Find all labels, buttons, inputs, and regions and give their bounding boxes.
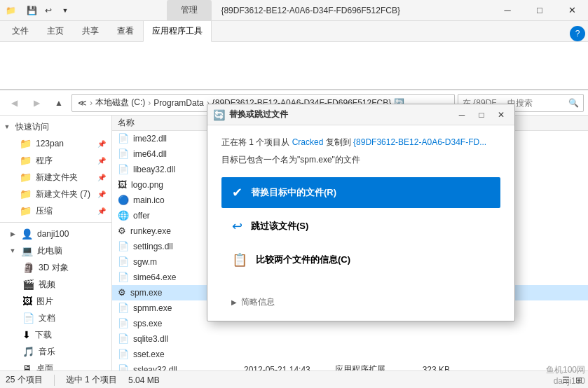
- window-controls: ─ □ ✕: [491, 0, 588, 21]
- search-icon: 🔍: [568, 98, 579, 108]
- table-row[interactable]: 📄ssleay32.dll 2012-05-21 14:43 应用程序扩展 32…: [112, 362, 588, 370]
- ribbon: 文件 主页 共享 查看 应用程序工具 ?: [0, 21, 588, 90]
- dialog-maximize-button[interactable]: □: [474, 107, 489, 123]
- sidebar-item-video[interactable]: 🎬 视频: [0, 276, 111, 293]
- tab-manage[interactable]: 管理: [167, 0, 212, 20]
- title-bar-left: 📁 💾 ↩ ▼: [0, 0, 76, 20]
- folder-icon: 📁: [20, 205, 32, 216]
- list-view-icon[interactable]: ☰: [562, 375, 570, 385]
- replace-label: 替换目标中的文件(R): [251, 186, 336, 199]
- file-icon: 📄: [118, 133, 129, 144]
- status-selected: 选中 1 个项目: [66, 374, 117, 386]
- video-icon: 🎬: [22, 279, 34, 290]
- dialog-copy-info: 正在将 1 个项目从 Cracked 复制到 {89DF3612-BE12-A0…: [221, 137, 500, 148]
- dialog-body: 正在将 1 个项目从 Cracked 复制到 {89DF3612-BE12-A0…: [207, 125, 514, 286]
- dialog-option-skip[interactable]: ↩ 跳过该文件(S): [221, 211, 500, 242]
- save-quick-btn[interactable]: 💾: [24, 3, 39, 18]
- sidebar-item-program[interactable]: 📁 程序 📌: [0, 152, 111, 169]
- minimize-button[interactable]: ─: [491, 0, 524, 21]
- file-icon: 📄: [118, 241, 129, 251]
- breadcrumb-part-0[interactable]: ≪: [78, 98, 87, 108]
- sidebar-item-danji100[interactable]: ▶ 👤 danji100: [0, 226, 111, 242]
- sidebar-item-music[interactable]: 🎵 音乐: [0, 343, 111, 360]
- back-button[interactable]: ◀: [4, 93, 24, 113]
- downloads-icon: ⬇: [22, 329, 31, 340]
- dialog-file-name: 目标已包含一个名为"spm.exe"的文件: [221, 154, 500, 166]
- status-view-buttons: ☰ ⊞: [562, 375, 582, 385]
- quick-access-toolbar: 💾 ↩ ▼: [21, 3, 76, 18]
- forward-button[interactable]: ▶: [27, 93, 46, 113]
- folder-icon: 📁: [20, 188, 32, 200]
- music-icon: 🎵: [22, 346, 34, 357]
- up-button[interactable]: ▲: [49, 93, 69, 113]
- table-row[interactable]: 📄sset.exe: [112, 347, 588, 362]
- table-row[interactable]: 📄sqlite3.dll: [112, 331, 588, 347]
- sidebar-item-123pan[interactable]: 📁 123pan 📌: [0, 135, 111, 152]
- file-icon: 📄: [118, 148, 129, 159]
- replace-icon: ✔: [232, 185, 242, 200]
- sidebar-item-this-pc[interactable]: ▼ 💻 此电脑: [0, 242, 111, 259]
- tab-app-tools[interactable]: 应用程序工具: [143, 20, 212, 42]
- sidebar-item-3d[interactable]: 🗿 3D 对象: [0, 259, 111, 276]
- file-icon: 📄: [118, 349, 129, 359]
- file-icon: 📄: [118, 364, 129, 370]
- sidebar: ▼ 快速访问 📁 123pan 📌 📁 程序 📌 📁 新建文件夹 📌 📁 新建文…: [0, 116, 112, 370]
- file-icon: 📄: [118, 333, 129, 344]
- title-center: 管理 {89DF3612-BE12-A0A6-D34F-FD696F512FCB…: [76, 0, 491, 20]
- folder-icon: 📁: [20, 172, 32, 183]
- undo-quick-btn[interactable]: ↩: [41, 3, 56, 18]
- tab-share[interactable]: 共享: [73, 20, 108, 42]
- copy-dest: {89DF3612-BE12-A0A6-D34F-FD...: [353, 137, 486, 147]
- folder-icon: 📁: [20, 138, 32, 149]
- pictures-icon: 🖼: [22, 296, 32, 307]
- skip-icon: ↩: [232, 219, 242, 234]
- sidebar-item-pictures[interactable]: 🖼 图片: [0, 293, 111, 310]
- maximize-button[interactable]: □: [524, 0, 556, 21]
- compare-icon: 📋: [232, 252, 247, 268]
- copy-source: Cracked: [292, 137, 324, 147]
- ribbon-content: [0, 42, 588, 90]
- folder-window-icon: 📁: [0, 0, 21, 21]
- dialog-close-button[interactable]: ✕: [493, 107, 509, 123]
- file-icon: 📄: [118, 303, 129, 313]
- file-icon: 🔵: [118, 195, 129, 205]
- docs-icon: 📄: [22, 312, 34, 324]
- close-button[interactable]: ✕: [556, 0, 588, 21]
- sidebar-item-desktop[interactable]: 🖥 桌面: [0, 360, 111, 370]
- sidebar-item-newfolder7[interactable]: 📁 新建文件夹 (7) 📌: [0, 186, 111, 202]
- grid-view-icon[interactable]: ⊞: [575, 375, 582, 385]
- folder-icon: 📁: [20, 155, 32, 166]
- tab-home[interactable]: 主页: [38, 20, 73, 42]
- breadcrumb-part-2[interactable]: ProgramData: [153, 98, 203, 108]
- dialog-minimize-button[interactable]: ─: [454, 107, 470, 123]
- file-icon: ⚙: [118, 287, 126, 298]
- dialog-option-compare[interactable]: 📋 比较两个文件的信息(C): [221, 244, 500, 275]
- replace-dialog: 🔄 替换或跳过文件 ─ □ ✕ 正在将 1 个项目从 Cracked 复制到 {…: [207, 104, 515, 321]
- dialog-footer: ▶ 简略信息: [207, 286, 514, 321]
- file-icon: 📄: [118, 256, 129, 267]
- sidebar-item-compress[interactable]: 📁 压缩 📌: [0, 202, 111, 219]
- dialog-title-bar: 🔄 替换或跳过文件 ─ □ ✕: [207, 104, 514, 125]
- status-total: 25 个项目: [6, 374, 43, 386]
- tab-file[interactable]: 文件: [3, 20, 38, 42]
- dropdown-quick-btn[interactable]: ▼: [57, 3, 73, 18]
- dialog-icon: 🔄: [213, 109, 225, 120]
- sidebar-item-docs[interactable]: 📄 文档: [0, 310, 111, 326]
- file-icon: 📄: [118, 164, 129, 174]
- sidebar-item-newfolder[interactable]: 📁 新建文件夹 📌: [0, 169, 111, 186]
- dialog-option-replace[interactable]: ✔ 替换目标中的文件(R): [221, 177, 500, 208]
- more-info-label: 简略信息: [241, 296, 275, 308]
- status-bar: 25 个项目 选中 1 个项目 5.04 MB ☰ ⊞: [0, 370, 588, 388]
- tab-view[interactable]: 查看: [108, 20, 143, 42]
- status-size: 5.04 MB: [128, 375, 160, 385]
- title-bar: 📁 💾 ↩ ▼ 管理 {89DF3612-BE12-A0A6-D34F-FD69…: [0, 0, 588, 21]
- quick-access-header: ▼ 快速访问: [0, 118, 111, 135]
- file-icon: ⚙: [118, 226, 126, 236]
- file-icon: 🖼: [118, 179, 127, 190]
- help-button[interactable]: ?: [570, 26, 585, 41]
- more-info-toggle[interactable]: ▶ 简略信息: [221, 292, 500, 312]
- breadcrumb-part-1[interactable]: 本地磁盘 (C:): [95, 97, 145, 109]
- ribbon-tab-bar: 文件 主页 共享 查看 应用程序工具 ?: [0, 21, 588, 42]
- sidebar-item-downloads[interactable]: ⬇ 下载: [0, 326, 111, 343]
- file-icon: 📄: [118, 318, 129, 328]
